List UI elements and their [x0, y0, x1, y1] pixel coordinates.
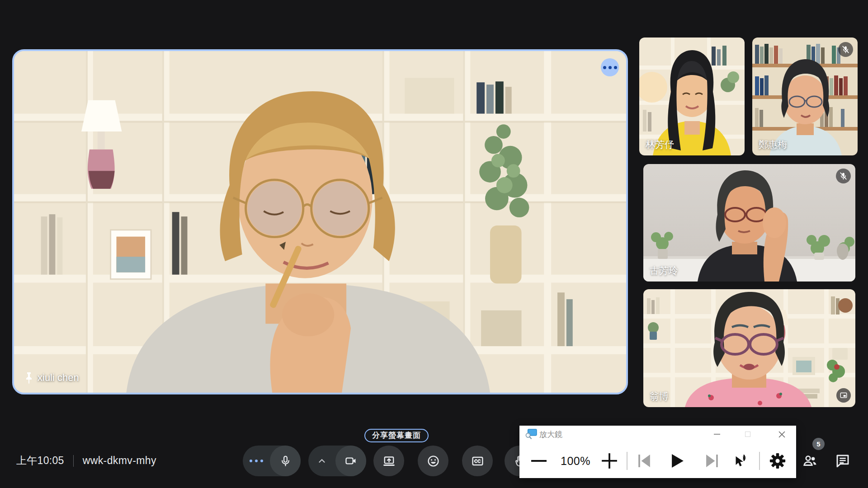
camera-button[interactable]	[335, 446, 366, 476]
settings-gear-icon	[769, 453, 786, 469]
emoji-reaction-button[interactable]	[418, 446, 448, 476]
close-icon[interactable]	[774, 429, 789, 439]
previous-icon	[637, 454, 651, 468]
captions-button[interactable]	[462, 446, 493, 476]
present-screen-icon	[382, 455, 396, 468]
zoom-in-icon	[601, 452, 618, 469]
meeting-code: wwk-dkmv-mhy	[83, 455, 156, 467]
previous-button[interactable]	[636, 452, 652, 470]
mic-muted-icon	[838, 42, 853, 57]
zoom-out-icon	[531, 460, 547, 462]
camera-icon	[344, 455, 357, 467]
more-options-icon	[603, 66, 606, 69]
participant-video-feed	[643, 164, 855, 282]
divider	[759, 452, 760, 470]
magnifier-window-title: 放大鏡	[539, 429, 562, 440]
more-options-button[interactable]	[601, 58, 619, 76]
participant-tile[interactable]: 古芳玲	[643, 164, 855, 282]
chat-icon	[835, 453, 851, 469]
participant-tile[interactable]: 鄭惠梅	[752, 38, 858, 155]
camera-control-pill[interactable]	[308, 446, 366, 476]
next-icon	[705, 454, 719, 468]
share-screen-tooltip: 分享螢幕畫面	[364, 429, 429, 442]
clock: 上午10:05	[16, 454, 64, 468]
mic-icon	[279, 455, 292, 467]
main-participant-name: xiuli chen	[38, 372, 79, 384]
participant-tile[interactable]: 翁博	[643, 289, 855, 407]
participant-video-feed	[643, 289, 855, 407]
camera-options-chevron[interactable]	[308, 456, 335, 466]
participant-name: 翁博	[650, 390, 669, 403]
people-icon	[802, 453, 818, 469]
participant-name: 鄭惠梅	[759, 138, 787, 151]
main-video-feed	[14, 51, 626, 393]
audio-level-indicator	[243, 460, 270, 462]
divider	[627, 452, 627, 470]
participant-name: 林芳伃	[646, 138, 674, 151]
emoji-reaction-icon	[427, 455, 440, 468]
chevron-up-icon	[317, 456, 327, 466]
mic-button[interactable]	[270, 446, 301, 476]
settings-button[interactable]	[769, 452, 787, 470]
zoom-level: 100%	[561, 455, 590, 468]
people-panel-button[interactable]	[800, 451, 820, 471]
next-button[interactable]	[704, 452, 720, 470]
maximize-icon[interactable]	[740, 429, 755, 439]
participant-count-badge: 5	[812, 438, 825, 450]
divider	[73, 455, 74, 467]
reading-cursor-icon	[734, 454, 749, 468]
play-button[interactable]	[670, 452, 685, 470]
participant-video-feed	[639, 38, 745, 155]
magnifier-titlebar[interactable]: 放大鏡	[519, 426, 796, 442]
meeting-info: 上午10:05 wwk-dkmv-mhy	[16, 454, 156, 468]
participant-tile[interactable]: 林芳伃	[639, 38, 745, 155]
zoom-in-button[interactable]	[601, 452, 618, 470]
chat-panel-button[interactable]	[833, 451, 853, 471]
mic-control-pill[interactable]	[243, 446, 301, 476]
magnifier-app-icon	[525, 429, 537, 440]
reading-cursor-button[interactable]	[732, 452, 751, 470]
magnifier-window[interactable]: 放大鏡 100%	[519, 426, 796, 478]
captions-icon	[471, 455, 484, 468]
participant-name: 古芳玲	[650, 264, 678, 277]
pin-icon[interactable]	[23, 372, 35, 385]
play-icon	[671, 454, 684, 468]
present-screen-button[interactable]	[373, 446, 404, 476]
minimize-icon[interactable]	[709, 429, 725, 439]
zoom-out-button[interactable]	[531, 452, 547, 470]
pip-icon[interactable]	[836, 388, 851, 403]
main-video-tile[interactable]: xiuli chen	[12, 49, 628, 394]
mic-muted-icon	[836, 169, 851, 183]
